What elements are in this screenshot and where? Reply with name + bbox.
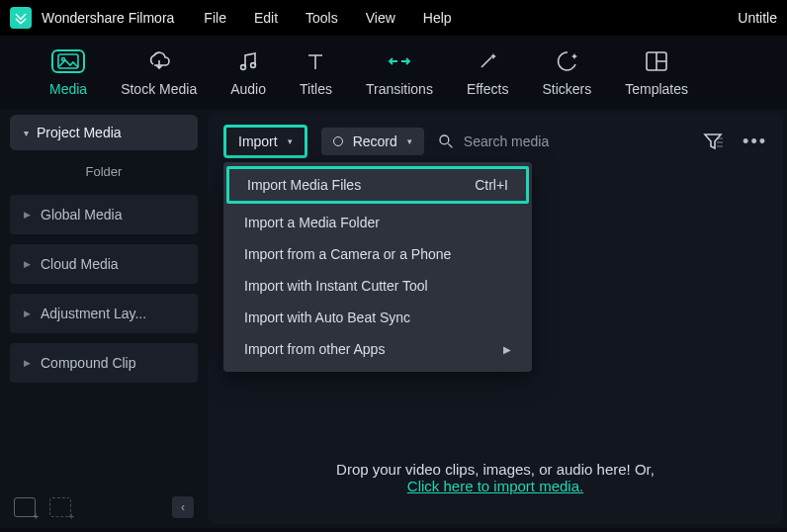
sidebar: ▾ Project Media Folder ▶ Global Media ▶ …: [0, 109, 208, 528]
toolbar-right: •••: [703, 132, 767, 152]
svg-point-3: [251, 63, 256, 68]
menu-edit[interactable]: Edit: [254, 10, 278, 26]
folder-label: Folder: [10, 150, 198, 185]
main-area: ▾ Project Media Folder ▶ Global Media ▶ …: [0, 109, 787, 528]
drop-area[interactable]: Drop your video clips, images, or audio …: [208, 461, 783, 494]
menu-view[interactable]: View: [366, 10, 395, 26]
menu-item-shortcut: Ctrl+I: [475, 177, 508, 193]
sidebar-item-cloud-media[interactable]: ▶ Cloud Media: [10, 244, 198, 284]
menu-item-label: Import from other Apps: [244, 341, 385, 357]
filter-icon[interactable]: [703, 133, 723, 150]
import-media-folder-item[interactable]: Import a Media Folder: [226, 207, 529, 238]
cloud-download-icon: [146, 49, 172, 73]
search-box[interactable]: [438, 133, 689, 149]
new-folder-button[interactable]: [14, 497, 36, 517]
tab-templates[interactable]: Templates: [625, 49, 688, 97]
wand-icon: [477, 49, 498, 73]
menu-file[interactable]: File: [204, 10, 226, 26]
tab-media-label: Media: [49, 81, 87, 97]
sidebar-footer: ‹: [10, 488, 198, 522]
tab-media[interactable]: Media: [49, 49, 87, 97]
titlebar: Wondershare Filmora File Edit Tools View…: [0, 0, 787, 36]
tab-audio-label: Audio: [230, 81, 266, 97]
sidebar-header-label: Project Media: [37, 125, 122, 140]
chevron-right-icon: ▶: [24, 210, 31, 220]
svg-rect-0: [58, 54, 78, 68]
import-auto-beat-sync-item[interactable]: Import with Auto Beat Sync: [226, 302, 529, 333]
record-icon: [333, 136, 343, 146]
content-area: Import ▾ Record ▾ ••• Import Media Files…: [208, 113, 783, 524]
search-input[interactable]: [464, 133, 642, 149]
submenu-arrow-icon: ▶: [503, 344, 511, 355]
drop-area-text: Drop your video clips, images, or audio …: [208, 461, 783, 478]
chevron-right-icon: ▶: [24, 309, 31, 318]
import-dropdown: Import Media Files Ctrl+I Import a Media…: [223, 162, 532, 372]
sidebar-item-label: Adjustment Lay...: [41, 306, 146, 321]
menu-item-label: Import Media Files: [247, 177, 361, 193]
menubar: File Edit Tools View Help: [204, 10, 738, 26]
chevron-down-icon: ▾: [24, 128, 29, 138]
tab-titles[interactable]: Titles: [300, 49, 332, 97]
svg-point-2: [241, 65, 246, 70]
import-from-other-apps-item[interactable]: Import from other Apps ▶: [226, 333, 529, 365]
tab-audio[interactable]: Audio: [230, 49, 266, 97]
record-button[interactable]: Record ▾: [321, 128, 424, 155]
chevron-down-icon: ▾: [288, 136, 293, 146]
document-title: Untitle: [738, 10, 777, 26]
chevron-down-icon: ▾: [407, 136, 412, 146]
sidebar-header[interactable]: ▾ Project Media: [10, 115, 198, 150]
new-bin-button[interactable]: [49, 497, 71, 517]
menu-tools[interactable]: Tools: [306, 10, 338, 26]
app-logo-icon: [10, 7, 32, 29]
more-options-button[interactable]: •••: [743, 132, 767, 152]
tab-stock-label: Stock Media: [121, 81, 197, 97]
collapse-sidebar-button[interactable]: ‹: [172, 496, 194, 518]
transitions-icon: [387, 49, 412, 73]
chevron-right-icon: ▶: [24, 358, 31, 368]
menu-item-label: Import a Media Folder: [244, 215, 380, 230]
tab-transitions[interactable]: Transitions: [366, 49, 433, 97]
menu-item-label: Import with Instant Cutter Tool: [244, 278, 428, 294]
sidebar-item-label: Cloud Media: [41, 256, 119, 272]
tab-stock-media[interactable]: Stock Media: [121, 49, 197, 97]
import-media-files-item[interactable]: Import Media Files Ctrl+I: [226, 166, 529, 204]
sidebar-item-label: Global Media: [41, 207, 123, 222]
tab-effects-label: Effects: [467, 81, 509, 97]
content-toolbar: Import ▾ Record ▾ •••: [208, 113, 783, 168]
import-button-label: Import: [238, 133, 278, 149]
chevron-right-icon: ▶: [24, 259, 31, 269]
import-instant-cutter-item[interactable]: Import with Instant Cutter Tool: [226, 270, 529, 302]
media-icon: [51, 49, 85, 73]
tab-stickers-label: Stickers: [542, 81, 591, 97]
tab-templates-label: Templates: [625, 81, 688, 97]
menu-help[interactable]: Help: [423, 10, 452, 26]
music-note-icon: [237, 49, 259, 73]
svg-point-5: [440, 135, 449, 144]
stickers-icon: [556, 49, 577, 73]
import-from-camera-item[interactable]: Import from a Camera or a Phone: [226, 238, 529, 270]
record-button-label: Record: [353, 133, 397, 149]
search-icon: [438, 133, 454, 149]
app-name: Wondershare Filmora: [42, 10, 174, 26]
sidebar-item-label: Compound Clip: [41, 355, 136, 371]
import-button[interactable]: Import ▾: [223, 125, 307, 158]
sidebar-item-compound-clip[interactable]: ▶ Compound Clip: [10, 343, 198, 383]
tab-titles-label: Titles: [300, 81, 332, 97]
tab-effects[interactable]: Effects: [467, 49, 509, 97]
import-media-link[interactable]: Click here to import media.: [407, 478, 583, 494]
tab-stickers[interactable]: Stickers: [542, 49, 591, 97]
menu-item-label: Import with Auto Beat Sync: [244, 310, 410, 325]
tab-transitions-label: Transitions: [366, 81, 433, 97]
templates-icon: [646, 49, 667, 73]
sidebar-item-global-media[interactable]: ▶ Global Media: [10, 195, 198, 234]
menu-item-label: Import from a Camera or a Phone: [244, 246, 451, 262]
text-icon: [306, 49, 325, 73]
sidebar-item-adjustment-layer[interactable]: ▶ Adjustment Lay...: [10, 294, 198, 333]
tooltabs: Media Stock Media Audio Titles Transitio…: [0, 36, 787, 109]
